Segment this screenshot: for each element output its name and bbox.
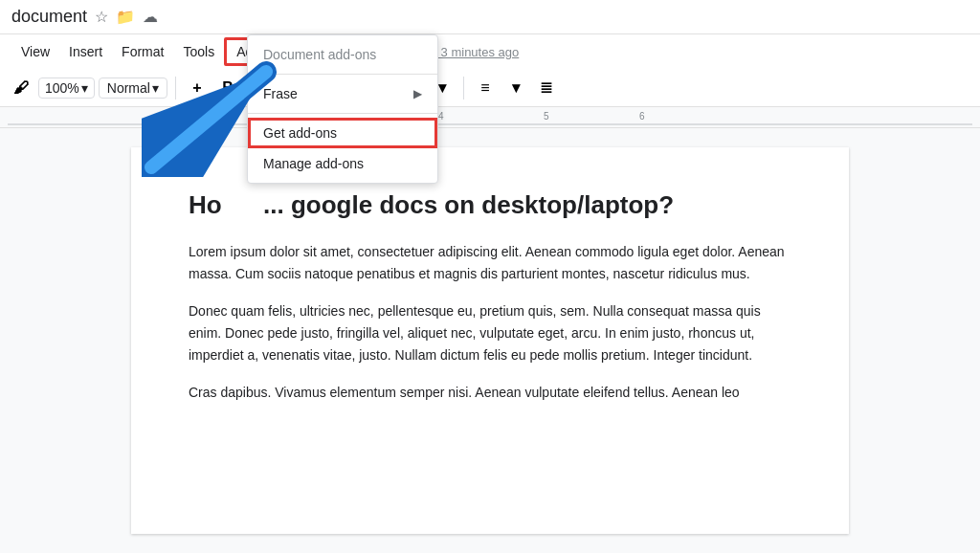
zoom-selector[interactable]: 100% ▾: [38, 77, 95, 99]
title-icons: ☆ 📁 ☁: [95, 8, 158, 26]
folder-icon[interactable]: 📁: [116, 8, 135, 26]
ruler-content: 3 4 5 6: [8, 107, 972, 127]
menu-insert[interactable]: Insert: [59, 40, 112, 63]
menu-format[interactable]: Format: [112, 40, 173, 63]
menu-tools[interactable]: Tools: [173, 40, 224, 63]
doc-para-3: Cras dapibus. Vivamus elementum semper n…: [189, 382, 791, 404]
style-selector[interactable]: Normal ▾: [99, 77, 167, 99]
dropdown-separator-1: [248, 74, 437, 75]
doc-page: Hoxxx... google docs on desktop/laptop? …: [131, 147, 849, 534]
dropdown-manage-addons[interactable]: Manage add-ons: [248, 148, 437, 179]
divider-1: [175, 77, 176, 100]
dropdown-document-addons: Document add-ons: [248, 39, 437, 70]
menu-view[interactable]: View: [11, 40, 59, 63]
zoom-value: 100%: [45, 80, 79, 96]
addons-dropdown: Document add-ons Frase ▶ Get add-ons Man…: [247, 34, 438, 184]
svg-text:4: 4: [438, 111, 444, 122]
doc-heading: Hoxxx... google docs on desktop/laptop?: [189, 186, 791, 226]
doc-area: Hoxxx... google docs on desktop/laptop? …: [0, 128, 980, 553]
toolbar: 🖌 100% ▾ Normal ▾ + B I U A ✏ 🔗 🖼 ▾ ≡ ▾ …: [0, 69, 980, 107]
cloud-icon[interactable]: ☁: [143, 8, 158, 26]
doc-para-2: Donec quam felis, ultricies nec, pellent…: [189, 300, 791, 366]
dropdown-get-addons[interactable]: Get add-ons: [248, 118, 437, 148]
style-value: Normal: [107, 80, 150, 96]
bold-button[interactable]: B: [214, 75, 241, 101]
linespacing-button[interactable]: ≣: [533, 75, 560, 101]
document-title[interactable]: document: [11, 7, 87, 27]
title-bar: document ☆ 📁 ☁: [0, 0, 980, 34]
svg-marker-5: [197, 109, 205, 117]
svg-text:5: 5: [544, 111, 549, 122]
divider-2: [463, 77, 464, 100]
align-button[interactable]: ≡: [472, 75, 499, 101]
dropdown-frase[interactable]: Frase ▶: [248, 78, 437, 109]
style-chevron: ▾: [152, 80, 159, 96]
ruler: 3 4 5 6: [0, 107, 980, 128]
paint-format-button[interactable]: 🖌: [8, 75, 34, 101]
doc-para-1: Lorem ipsum dolor sit amet, consectetuer…: [189, 241, 791, 285]
align-chevron[interactable]: ▾: [502, 75, 529, 101]
frase-arrow: ▶: [413, 87, 422, 100]
menu-bar: View Insert Format Tools Add-ons Help La…: [0, 34, 980, 69]
zoom-chevron: ▾: [81, 80, 88, 96]
svg-text:6: 6: [639, 111, 645, 122]
plus-button[interactable]: +: [184, 75, 211, 101]
dropdown-separator-2: [248, 113, 437, 114]
star-icon[interactable]: ☆: [95, 8, 108, 26]
